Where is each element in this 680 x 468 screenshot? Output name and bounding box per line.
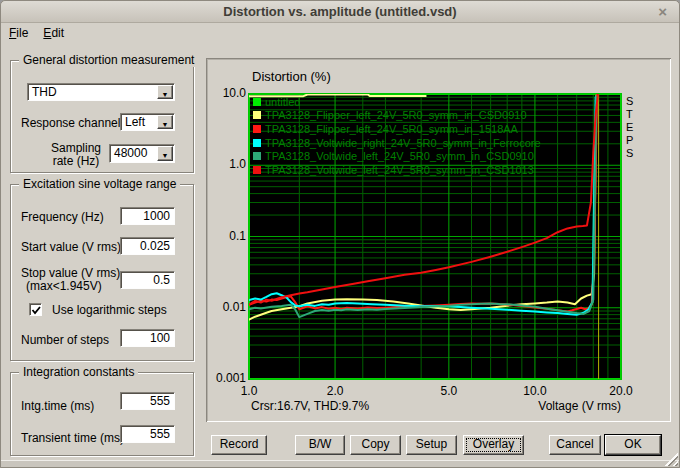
response-channel-dropdown-button[interactable]: ▼	[157, 115, 173, 129]
y-tick-label: 10.0	[208, 86, 246, 101]
number-of-steps-label: Number of steps	[21, 333, 109, 347]
chart-panel: Distortion (%) untitledTPA3128_Flipper_l…	[206, 58, 671, 422]
legend-row-4: TPA3128_Voltwide_left_24V_5R0_symm_in_CS…	[253, 149, 541, 163]
stop-value-sublabel: (max<1.945V)	[26, 279, 102, 293]
close-icon[interactable]: ×	[658, 3, 667, 20]
copy-button[interactable]: Copy	[350, 435, 401, 455]
x-tick-label: 1.0	[227, 384, 271, 398]
legend-label: TPA3128_Voltwide_left_24V_5R0_symm_in_CS…	[265, 150, 534, 162]
legend-row-0: untitled	[253, 95, 541, 109]
sampling-rate-label-line1: Sampling	[41, 141, 111, 155]
x-tick-label: 2.0	[313, 384, 357, 398]
titlebar[interactable]: Distortion vs. amplitude (untitled.vsd) …	[1, 1, 679, 23]
menu-item-file[interactable]: File	[3, 24, 35, 42]
sampling-rate-label-line2: rate (Hz)	[41, 154, 111, 168]
intg-time-label: Intg.time (ms)	[21, 399, 94, 413]
setup-button[interactable]: Setup	[406, 435, 457, 455]
cancel-button[interactable]: Cancel	[549, 435, 601, 455]
number-of-steps-input[interactable]	[120, 329, 175, 347]
x-tick-label: 5.0	[427, 384, 471, 398]
legend-swatch-icon	[253, 98, 261, 106]
x-axis-label: Voltage (V rms)	[538, 399, 621, 413]
transient-time-label: Transient time (ms)	[21, 431, 124, 445]
legend-label: untitled	[265, 96, 300, 108]
record-button[interactable]: Record	[211, 435, 267, 455]
distortion-plot[interactable]: untitledTPA3128_Flipper_left_24V_5R0_sym…	[248, 93, 622, 380]
sampling-rate-dropdown[interactable]: 48000 ▼	[109, 144, 175, 163]
window-title: Distortion vs. amplitude (untitled.vsd)	[1, 4, 679, 19]
legend-label: TPA3128_Voltwide_right_24V_5R0_symm_in_F…	[265, 137, 541, 149]
stop-value-input[interactable]	[120, 271, 175, 289]
frequency-input[interactable]	[120, 207, 175, 225]
general-groupbox-title: General distortion measurement	[19, 53, 198, 67]
overlay-button[interactable]: Overlay	[463, 435, 524, 455]
chart-title: Distortion (%)	[252, 69, 331, 84]
bw-button[interactable]: B/W	[295, 435, 345, 455]
y-tick-label: 1.0	[208, 157, 246, 172]
cursor-readout: Crsr:16.7V, THD:9.7%	[251, 399, 369, 413]
intg-time-input[interactable]	[120, 392, 175, 410]
legend-label: TPA3128_Voltwide_left_24V_5R0_symm_in_CS…	[265, 164, 534, 176]
start-value-input[interactable]	[120, 237, 175, 255]
legend-row-5: TPA3128_Voltwide_left_24V_5R0_symm_in_CS…	[253, 163, 541, 177]
sampling-rate-value: 48000	[114, 146, 147, 160]
resize-grip[interactable]	[663, 451, 678, 466]
excitation-groupbox: Excitation sine voltage range Frequency …	[10, 184, 194, 361]
menu-item-edit[interactable]: Edit	[37, 24, 71, 42]
plot-legend: untitledTPA3128_Flipper_left_24V_5R0_sym…	[253, 95, 541, 177]
response-channel-value: Left	[125, 115, 145, 129]
transient-time-input[interactable]	[120, 425, 175, 443]
y-tick-label: 0.1	[208, 229, 246, 244]
legend-swatch-icon	[253, 139, 261, 147]
chevron-down-icon: ▼	[162, 121, 169, 128]
log-steps-checkbox[interactable]	[29, 303, 42, 316]
excitation-groupbox-title: Excitation sine voltage range	[19, 177, 180, 191]
log-steps-label: Use logarithmic steps	[52, 303, 167, 317]
response-channel-dropdown[interactable]: Left ▼	[120, 113, 175, 131]
legend-swatch-icon	[253, 111, 261, 119]
sampling-rate-dropdown-button[interactable]: ▼	[157, 146, 173, 161]
x-tick-label: 10.0	[513, 384, 557, 398]
frequency-label: Frequency (Hz)	[21, 210, 104, 224]
integration-groupbox-title: Integration constants	[19, 365, 138, 379]
stop-value-label: Stop value (V rms)	[21, 266, 120, 280]
checkmark-icon	[30, 304, 43, 317]
window-bottom-edge	[1, 460, 679, 467]
legend-swatch-icon	[253, 152, 261, 160]
measurement-type-dropdown-button[interactable]: ▼	[157, 85, 173, 99]
legend-label: TPA3128_Flipper_left_24V_5R0_symm_in_CSD…	[265, 109, 527, 121]
legend-swatch-icon	[253, 166, 261, 174]
distortion-window: Distortion vs. amplitude (untitled.vsd) …	[0, 0, 680, 468]
steps-axis-label: S T E P S	[626, 95, 633, 160]
legend-swatch-icon	[253, 125, 261, 133]
legend-row-3: TPA3128_Voltwide_right_24V_5R0_symm_in_F…	[253, 136, 541, 150]
menubar: FileEdit	[3, 24, 73, 43]
response-channel-label: Response channel	[21, 116, 120, 130]
legend-row-1: TPA3128_Flipper_left_24V_5R0_symm_in_CSD…	[253, 109, 541, 123]
ok-button[interactable]: OK	[605, 435, 661, 455]
y-tick-label: 0.01	[208, 300, 246, 315]
legend-label: TPA3128_Flipper_left_24V_5R0_symm_in_151…	[265, 123, 518, 135]
measurement-type-value: THD	[32, 85, 57, 99]
x-tick-label: 20.0	[599, 384, 643, 398]
general-measurement-groupbox: General distortion measurement THD ▼ Res…	[10, 60, 194, 173]
start-value-label: Start value (V rms)	[21, 240, 121, 254]
measurement-type-dropdown[interactable]: THD ▼	[27, 83, 175, 101]
chevron-down-icon: ▼	[162, 152, 169, 159]
chevron-down-icon: ▼	[162, 91, 169, 98]
integration-groupbox: Integration constants Intg.time (ms) Tra…	[10, 372, 194, 456]
legend-row-2: TPA3128_Flipper_left_24V_5R0_symm_in_151…	[253, 122, 541, 136]
